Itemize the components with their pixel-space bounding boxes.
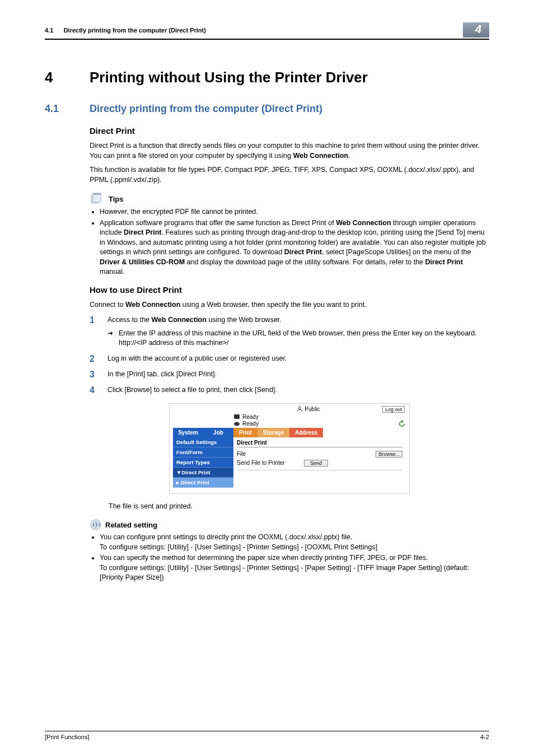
sidebar-item-default-settings[interactable]: Default Settings	[173, 437, 233, 447]
browse-button[interactable]: Browse...	[376, 451, 402, 458]
tip-item: However, the encrypted PDF file cannot b…	[100, 207, 489, 217]
direct-print-p1: Direct Print is a function that directly…	[90, 141, 489, 161]
tab-address[interactable]: Address	[289, 428, 323, 437]
chapter-title: Printing without Using the Printer Drive…	[90, 69, 368, 86]
tips-list: However, the encrypted PDF file cannot b…	[90, 207, 489, 277]
web-connection-screenshot: Public Log out Ready Ready System	[169, 403, 410, 494]
tab-job[interactable]: Job	[203, 428, 233, 437]
user-label: Public	[297, 406, 320, 412]
footer-left: [Print Functions]	[45, 734, 89, 740]
decorative-stripe	[45, 57, 489, 63]
refresh-icon[interactable]	[398, 420, 406, 428]
section-heading: 4.1Directly printing from the computer (…	[45, 103, 489, 115]
page-footer: [Print Functions] 4-2	[45, 731, 489, 740]
step-3: 3 In the [Print] tab, click [Direct Prin…	[90, 370, 489, 380]
send-file-label: Send File to Printer	[237, 460, 304, 466]
page-header: 4.1 Directly printing from the computer …	[45, 22, 489, 38]
section-number: 4.1	[45, 103, 90, 115]
svg-rect-4	[234, 414, 240, 419]
tab-storage[interactable]: Storage	[257, 428, 289, 437]
after-image-text: The file is sent and printed.	[109, 502, 489, 512]
direct-print-heading: Direct Print	[90, 126, 489, 136]
status-ready-2: Ready	[233, 421, 259, 427]
panel-title: Direct Print	[237, 440, 402, 447]
direct-print-p2: This function is available for file type…	[90, 165, 489, 185]
svg-point-5	[234, 422, 240, 426]
steps-list: 1 Access to the Web Connection using the…	[90, 315, 489, 395]
chapter-badge: 4	[463, 22, 489, 38]
tips-icon	[90, 193, 105, 205]
sidebar-item-direct-print-group[interactable]: ▼Direct Print	[173, 468, 233, 478]
related-setting-list: You can configure print settings to dire…	[90, 533, 489, 583]
tips-label: Tips	[109, 195, 124, 203]
toner-icon	[233, 421, 240, 427]
step-number: 3	[90, 370, 100, 380]
sidebar: Default Settings Font/Form Report Types …	[173, 437, 233, 488]
user-icon	[297, 406, 303, 412]
sidebar-item-direct-print[interactable]: ▸ Direct Print	[173, 478, 233, 488]
related-setting-icon	[90, 519, 102, 530]
howto-intro: Connect to Web Connection using a Web br…	[90, 300, 489, 310]
logout-button[interactable]: Log out	[382, 406, 405, 413]
step-number: 2	[90, 354, 100, 364]
step-sub-arrow: Enter the IP address of this machine in …	[107, 329, 489, 348]
chapter-heading: 4Printing without Using the Printer Driv…	[45, 69, 489, 86]
svg-point-3	[299, 407, 302, 409]
chapter-number: 4	[45, 69, 90, 86]
header-section-num: 4.1	[45, 27, 53, 34]
file-label: File	[237, 451, 304, 457]
tips-heading: Tips	[90, 193, 489, 205]
footer-right: 4-2	[480, 734, 489, 740]
header-rule	[45, 39, 489, 40]
sidebar-item-font-form[interactable]: Font/Form	[173, 447, 233, 458]
sidebar-item-report-types[interactable]: Report Types	[173, 458, 233, 468]
tab-print[interactable]: Print	[233, 428, 257, 437]
step-4: 4 Click [Browse] to select a file to pri…	[90, 385, 489, 395]
printer-icon	[233, 414, 240, 419]
related-setting-heading: Related setting	[90, 519, 489, 530]
step-number: 4	[90, 385, 100, 395]
tab-system[interactable]: System	[173, 428, 203, 437]
status-ready-1: Ready	[233, 414, 406, 420]
related-item: You can specify the method for determini…	[100, 553, 489, 583]
send-button[interactable]: Send	[304, 460, 328, 466]
svg-rect-2	[93, 193, 101, 195]
section-title: Directly printing from the computer (Dir…	[90, 103, 322, 114]
header-section-title: Directly printing from the computer (Dir…	[64, 27, 206, 34]
step-2: 2 Log in with the account of a public us…	[90, 354, 489, 364]
howto-heading: How to use Direct Print	[90, 285, 489, 295]
related-setting-label: Related setting	[105, 521, 157, 529]
tip-item: Application software programs that offer…	[100, 218, 489, 277]
related-item: You can configure print settings to dire…	[100, 533, 489, 552]
step-number: 1	[90, 315, 100, 348]
step-1: 1 Access to the Web Connection using the…	[90, 315, 489, 348]
